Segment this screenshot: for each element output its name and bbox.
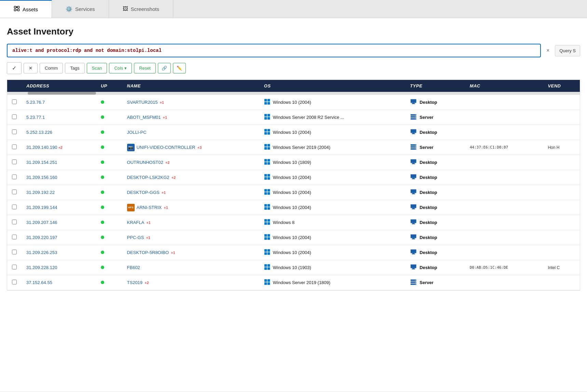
desktop-icon <box>410 219 417 226</box>
address-badge: +2 <box>57 145 63 150</box>
row-checkbox[interactable] <box>12 190 17 194</box>
tab-screenshots[interactable]: 🖼 Screenshots <box>109 0 173 18</box>
status-dot <box>101 281 104 284</box>
name-link[interactable]: OUTRUNHOST02 <box>127 160 163 165</box>
table-row: 31.209.192.22DESKTOP-GGS+1 Windows 10 (2… <box>7 185 580 200</box>
name-badge: +1 <box>160 100 164 104</box>
os-name: Windows 10 (2004) <box>273 190 311 195</box>
scan-button[interactable]: Scan <box>87 63 107 73</box>
svg-rect-67 <box>412 208 415 209</box>
name-link[interactable]: DESKTOP-LSK2KG2 <box>127 175 169 180</box>
os-cell: Windows 10 (2004) <box>259 185 406 200</box>
svg-rect-49 <box>267 174 270 177</box>
col-vendor[interactable]: VEND <box>543 80 580 92</box>
col-mac[interactable]: MAC <box>465 80 543 92</box>
reset-button[interactable]: Reset <box>134 63 156 73</box>
address-link[interactable]: 5.23.76.7 <box>26 100 45 105</box>
search-bar-container: × Query S <box>7 44 580 57</box>
name-link[interactable]: ARNI-STRIX <box>137 205 162 210</box>
svg-rect-12 <box>412 103 415 103</box>
svg-rect-93 <box>267 267 270 270</box>
name-badge: +1 <box>162 191 166 195</box>
address-link[interactable]: 31.209.154.251 <box>26 160 57 165</box>
name-link[interactable]: PPC-GS <box>127 235 144 240</box>
address-link[interactable]: 31.209.156.160 <box>26 175 57 180</box>
name-link[interactable]: ABOTI_MSFM01 <box>127 115 161 120</box>
svg-rect-25 <box>267 129 270 132</box>
address-cell: 31.209.207.146 <box>22 215 96 230</box>
desktop-icon <box>410 158 417 166</box>
comm-button[interactable]: Comm <box>40 63 63 73</box>
name-link[interactable]: JOLLI-PC <box>127 130 147 135</box>
status-dot <box>101 115 104 119</box>
row-checkbox[interactable] <box>12 114 17 119</box>
svg-rect-55 <box>264 189 267 192</box>
svg-rect-79 <box>267 237 270 240</box>
mac-cell <box>465 200 543 215</box>
svg-rect-73 <box>411 220 417 223</box>
col-up[interactable]: UP <box>96 80 122 92</box>
row-checkbox[interactable] <box>12 250 17 254</box>
svg-rect-43 <box>264 162 267 165</box>
col-os[interactable]: OS <box>259 80 406 92</box>
screenshots-icon: 🖼 <box>123 6 128 12</box>
address-link[interactable]: 31.209.226.253 <box>26 250 57 255</box>
row-checkbox[interactable] <box>12 159 17 164</box>
query-save-button[interactable]: Query S <box>555 45 580 56</box>
type-label: Server <box>420 145 433 150</box>
tab-services[interactable]: ⚙️ Services <box>52 0 109 18</box>
address-link[interactable]: 31.209.228.120 <box>26 265 57 270</box>
address-link[interactable]: 5.252.13.226 <box>26 130 52 135</box>
address-link[interactable]: 31.209.220.197 <box>26 235 57 240</box>
row-checkbox[interactable] <box>12 205 17 209</box>
name-cell: OUTRUNHOST02+2 <box>122 155 259 170</box>
x-button[interactable]: ✕ <box>24 63 38 73</box>
col-name[interactable]: NAME <box>122 80 259 92</box>
server-icon <box>410 279 417 286</box>
row-checkbox[interactable] <box>12 280 17 284</box>
os-name: Windows 10 (2004) <box>273 100 311 105</box>
name-link[interactable]: UNIFI-VIDEO-CONTROLLER <box>137 145 195 150</box>
row-checkbox-cell <box>7 200 22 215</box>
tab-assets[interactable]: Assets <box>0 0 52 18</box>
name-link[interactable]: TS2019 <box>127 280 143 285</box>
link-button[interactable]: 🔗 <box>158 63 171 73</box>
address-link[interactable]: 31.209.207.146 <box>26 220 57 225</box>
row-checkbox[interactable] <box>12 144 17 149</box>
name-link[interactable]: FB602 <box>127 265 140 270</box>
row-checkbox[interactable] <box>12 174 17 179</box>
name-cell: HFSARNI-STRIX+1 <box>122 200 259 215</box>
edit-button[interactable]: ✏️ <box>173 63 186 73</box>
svg-point-38 <box>415 145 416 145</box>
svg-rect-34 <box>267 147 270 150</box>
address-link[interactable]: 31.209.199.144 <box>26 205 57 210</box>
cols-button[interactable]: Cols ▾ <box>109 63 132 73</box>
tags-button[interactable]: Tags <box>65 63 84 73</box>
type-label: Server <box>420 115 433 120</box>
name-link[interactable]: DESKTOP-GGS <box>127 190 160 195</box>
mac-cell: D0:AB:D5:1C:46:DE <box>465 260 543 275</box>
col-address[interactable]: ADDRESS <box>22 80 96 92</box>
row-checkbox[interactable] <box>12 99 17 104</box>
address-cell: 31.209.228.120 <box>22 260 96 275</box>
check-button[interactable]: ✓ <box>7 62 22 74</box>
desktop-icon <box>410 128 417 136</box>
address-link[interactable]: 31.209.140.190 <box>26 145 57 150</box>
row-checkbox[interactable] <box>12 265 17 269</box>
row-checkbox[interactable] <box>12 129 17 134</box>
address-link[interactable]: 31.209.192.22 <box>26 190 55 195</box>
search-clear-button[interactable]: × <box>544 46 552 55</box>
svg-rect-8 <box>267 99 270 102</box>
table-row: 31.209.154.251OUTRUNHOST02+2 Windows 10 … <box>7 155 580 170</box>
row-checkbox[interactable] <box>12 220 17 224</box>
name-link[interactable]: DESKTOP-5R8OIBO <box>127 250 169 255</box>
search-input[interactable] <box>7 44 541 57</box>
col-type[interactable]: TYPE <box>405 80 465 92</box>
name-link[interactable]: SVARTUR2015 <box>127 100 158 105</box>
row-checkbox[interactable] <box>12 235 17 239</box>
name-link[interactable]: KRAFLA <box>127 220 145 225</box>
address-link[interactable]: 37.152.64.55 <box>26 280 52 285</box>
name-badge: +2 <box>172 176 176 180</box>
address-link[interactable]: 5.23.77.1 <box>26 115 45 120</box>
row-checkbox-cell <box>7 170 22 185</box>
